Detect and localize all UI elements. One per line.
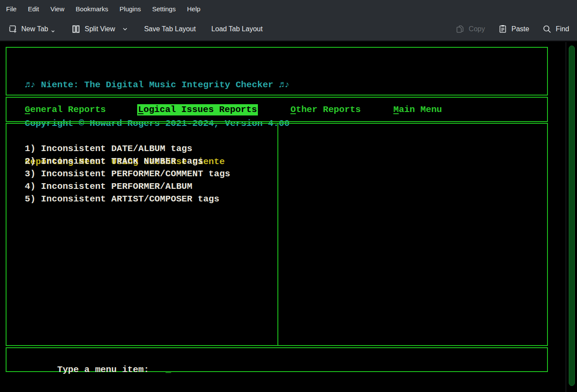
find-button[interactable]: Find [542,24,569,34]
chevron-down-icon [50,30,56,33]
tab-hotkey-letter: L [138,105,143,115]
menubar-item-settings[interactable]: Settings [152,5,176,13]
reports-tab-bar: General ReportsLogical Issues ReportsOth… [6,97,548,122]
new-tab-button[interactable]: New Tab [8,24,56,34]
tab-main-menu[interactable]: Main Menu [393,104,442,115]
prompt-label: Type a menu item: [57,365,149,375]
save-tab-layout-button[interactable]: Save Tab Layout [144,25,196,33]
tab-hotkey-letter: G [25,105,30,115]
menubar-item-edit[interactable]: Edit [28,5,39,13]
report-menu-list: 1) Inconsistent DATE/ALBUM tags2) Incons… [25,142,230,205]
load-tab-layout-button[interactable]: Load Tab Layout [211,25,263,33]
konsole-window: FileEditViewBookmarksPluginsSettingsHelp… [0,0,577,392]
toolbar-right-group: Copy Paste Find [442,24,569,34]
terminal-cursor: _ [165,365,171,375]
load-tab-layout-label: Load Tab Layout [211,25,263,33]
save-tab-layout-label: Save Tab Layout [144,25,196,33]
terminal[interactable]: ♬♪ Niente: The Digital Music Integrity C… [0,42,577,392]
copy-button[interactable]: Copy [455,24,485,34]
terminal-header-box: ♬♪ Niente: The Digital Music Integrity C… [6,47,548,96]
copy-label: Copy [469,25,485,33]
new-tab-icon [8,24,17,34]
copy-icon [455,24,465,34]
scrollbar-thumb[interactable] [569,46,575,386]
menu-item-5[interactable]: 5) Inconsistent ARTIST/COMPOSER tags [25,193,230,205]
tab-hotkey-letter: M [393,105,399,115]
menubar-item-view[interactable]: View [50,5,64,13]
terminal-scrollbar[interactable] [566,42,577,392]
toolbar: New Tab Split View Save Tab Layout Load … [0,17,577,41]
tab-hotkey-letter: O [290,105,296,115]
search-icon [542,24,552,34]
tab-other-reports[interactable]: Other Reports [290,104,361,115]
menubar-item-help[interactable]: Help [187,5,201,13]
split-view-icon [71,24,81,34]
split-view-label: Split View [85,25,115,33]
menu-item-1[interactable]: 1) Inconsistent DATE/ALBUM tags [25,142,230,155]
menu-item-4[interactable]: 4) Inconsistent PERFORMER/ALBUM [25,180,230,193]
menubar-item-bookmarks[interactable]: Bookmarks [76,5,108,13]
menubar-item-file[interactable]: File [6,5,16,13]
app-title: ♬♪ Niente: The Digital Music Integrity C… [25,79,547,92]
menubar: FileEditViewBookmarksPluginsSettingsHelp [0,0,577,17]
find-label: Find [556,25,569,33]
tab-logical-issues-reports[interactable]: Logical Issues Reports [137,104,258,115]
pane-divider [277,124,278,345]
content-box: 1) Inconsistent DATE/ALBUM tags2) Incons… [6,123,548,346]
paste-icon [498,24,508,34]
split-view-button[interactable]: Split View [71,24,129,34]
menu-item-2[interactable]: 2) Inconsistent TRACK NUMBER tags [25,155,230,168]
menubar-item-plugins[interactable]: Plugins [119,5,141,13]
paste-button[interactable]: Paste [498,24,529,34]
prompt-box: Type a menu item:_ [6,347,548,372]
chevron-down-icon [122,27,129,31]
menu-item-3[interactable]: 3) Inconsistent PERFORMER/COMMENT tags [25,168,230,180]
new-tab-label: New Tab [21,25,48,33]
tab-general-reports[interactable]: General Reports [25,104,106,115]
paste-label: Paste [511,25,529,33]
